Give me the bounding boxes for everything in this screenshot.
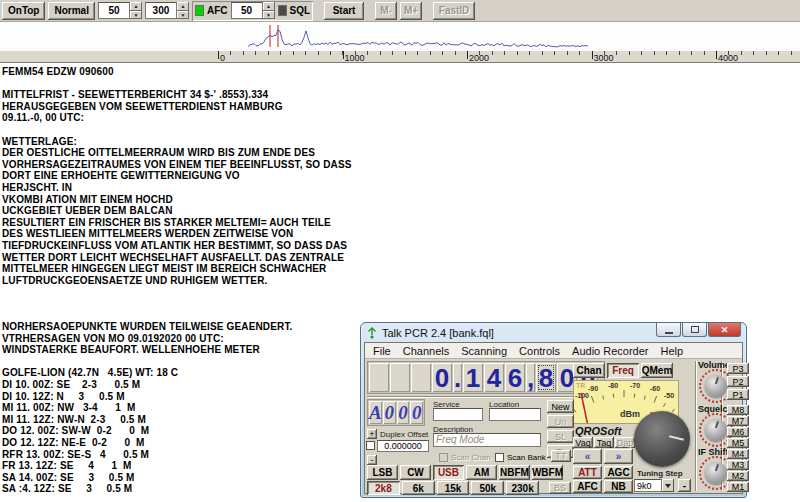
duplex-plus-button[interactable]: + bbox=[367, 429, 377, 439]
mode-button-lsb[interactable]: LSB bbox=[367, 465, 398, 480]
att-button[interactable]: ATT bbox=[573, 466, 602, 479]
frequency-digit-cell[interactable]: , bbox=[526, 363, 535, 392]
filter-button-6k[interactable]: 6k bbox=[402, 481, 435, 495]
spin-up-icon[interactable]: ▲ bbox=[130, 2, 142, 11]
scan-chan-checkbox[interactable] bbox=[439, 453, 448, 462]
duplex-checkbox[interactable] bbox=[366, 441, 375, 450]
duplex-minus-button[interactable]: - bbox=[367, 455, 377, 465]
afc-label[interactable]: AFC bbox=[207, 5, 228, 16]
menu-item-controls[interactable]: Controls bbox=[513, 345, 566, 357]
menu-item-audio-recorder[interactable]: Audio Recorder bbox=[566, 345, 654, 357]
tt-button[interactable]: TT bbox=[551, 450, 571, 462]
st-button[interactable]: St. bbox=[547, 430, 574, 443]
frequency-digit-cell[interactable]: 4 bbox=[484, 363, 504, 392]
tuning-knob[interactable] bbox=[634, 411, 690, 467]
display-tab-chan[interactable]: Chan bbox=[573, 363, 605, 378]
afc-button[interactable]: AFC bbox=[573, 480, 602, 493]
frequency-digit-cell[interactable] bbox=[411, 363, 431, 392]
frequency-digit-cell[interactable]: 0 bbox=[432, 363, 452, 392]
spin-up-icon[interactable]: ▲ bbox=[177, 2, 189, 11]
mode-button-wbfm[interactable]: WBFM bbox=[532, 465, 563, 480]
memory-button-m3[interactable]: M3 bbox=[727, 460, 749, 470]
display-tab-qmem[interactable]: QMem bbox=[641, 363, 673, 378]
memory-button-m2[interactable]: M2 bbox=[727, 471, 749, 481]
filter-button-50k[interactable]: 50k bbox=[471, 481, 504, 495]
agc-button[interactable]: AGC bbox=[604, 466, 633, 479]
tuning-step-label: Tuning Step bbox=[637, 469, 683, 478]
dap-button[interactable]: Dap bbox=[615, 437, 635, 448]
menu-item-channels[interactable]: Channels bbox=[397, 345, 455, 357]
preset-button-p3[interactable]: P3 bbox=[727, 363, 749, 374]
pcr-client: 0.146,800 ChanFreqQMem TR dBm [Sig] -100… bbox=[365, 359, 742, 493]
service-field[interactable] bbox=[433, 408, 483, 421]
tuning-step-select[interactable]: 9k0 bbox=[634, 479, 674, 492]
memory-button-m7[interactable]: M7 bbox=[727, 416, 749, 426]
spectrum-display[interactable] bbox=[0, 22, 800, 50]
pcr-titlebar[interactable]: Talk PCR 2.4 [bank.fql] ✕ bbox=[364, 323, 743, 342]
sql-label[interactable]: SQL bbox=[290, 5, 311, 16]
bs-button[interactable]: BS bbox=[549, 482, 571, 494]
display-tab-freq[interactable]: Freq bbox=[607, 363, 639, 378]
preset-button-p1[interactable]: P1 bbox=[727, 389, 749, 400]
frequency-digit-cell[interactable]: 8 bbox=[536, 363, 556, 392]
shift-input[interactable] bbox=[145, 2, 177, 19]
preset-button-p2[interactable]: P2 bbox=[727, 376, 749, 387]
memory-channel-digit[interactable]: A bbox=[369, 401, 382, 424]
pcr-menubar: FileChannelsScanningControlsAudio Record… bbox=[365, 343, 742, 359]
filter-button-230k[interactable]: 230k bbox=[506, 481, 539, 495]
menu-item-file[interactable]: File bbox=[367, 345, 397, 357]
spin-up-icon[interactable]: ▲ bbox=[263, 2, 275, 11]
start-button[interactable]: Start bbox=[324, 2, 364, 20]
new-button[interactable]: New bbox=[547, 400, 574, 413]
nb-button[interactable]: NB bbox=[604, 480, 633, 493]
scan-bank-checkbox[interactable] bbox=[495, 453, 504, 462]
menu-item-scanning[interactable]: Scanning bbox=[455, 345, 513, 357]
mode-button-usb[interactable]: USB bbox=[433, 465, 464, 480]
frequency-digit-cell[interactable]: . bbox=[453, 363, 462, 392]
menu-item-help[interactable]: Help bbox=[655, 345, 690, 357]
mode-button-am[interactable]: AM bbox=[466, 465, 497, 480]
fastid-button[interactable]: FastID bbox=[433, 2, 475, 20]
memory-channel-digit[interactable]: 0 bbox=[383, 401, 396, 424]
spectrum-trace bbox=[0, 22, 800, 50]
normal-button[interactable]: Normal bbox=[48, 2, 94, 20]
mode-button-cw[interactable]: CW bbox=[400, 465, 431, 480]
spin-down-icon[interactable]: ▼ bbox=[130, 11, 142, 20]
maximize-icon[interactable] bbox=[682, 323, 707, 337]
memory-channel-digit[interactable]: 0 bbox=[397, 401, 410, 424]
minimize-icon[interactable] bbox=[656, 323, 681, 337]
memory-button-m5[interactable]: M5 bbox=[727, 438, 749, 448]
mode-button-nbfm[interactable]: NBFM bbox=[499, 465, 530, 480]
description-field[interactable]: Freq Mode bbox=[433, 433, 541, 447]
un-button[interactable]: Un bbox=[547, 415, 574, 428]
vaq-button[interactable]: Vaq bbox=[573, 437, 593, 448]
step-down-button[interactable]: « bbox=[573, 449, 602, 464]
memory-button-m6[interactable]: M6 bbox=[727, 427, 749, 437]
duplex-offset-field[interactable]: 0.000000 bbox=[377, 440, 429, 452]
mark-frequency-input[interactable] bbox=[98, 2, 130, 19]
frequency-digit-cell[interactable] bbox=[369, 363, 389, 392]
frequency-digit-cell[interactable]: 6 bbox=[505, 363, 525, 392]
memory-button-m4[interactable]: M4 bbox=[727, 449, 749, 459]
memory-button-m8[interactable]: M8 bbox=[727, 405, 749, 415]
taq-button[interactable]: Taq bbox=[594, 437, 614, 448]
filter-button-15k[interactable]: 15k bbox=[437, 481, 470, 495]
frequency-digit-cell[interactable]: 1 bbox=[463, 363, 483, 392]
afc-range-input[interactable] bbox=[231, 2, 263, 19]
dropdown-arrow-icon[interactable] bbox=[662, 479, 674, 492]
step-up-button[interactable]: » bbox=[604, 449, 633, 464]
spin-down-icon[interactable]: ▼ bbox=[177, 11, 189, 20]
ontop-button[interactable]: OnTop bbox=[2, 2, 45, 20]
close-icon[interactable]: ✕ bbox=[708, 323, 741, 337]
memory-minus-button[interactable]: M- bbox=[375, 2, 397, 20]
frequency-digit-cell[interactable] bbox=[390, 363, 410, 392]
tuning-step-minus-button[interactable]: - bbox=[678, 479, 691, 492]
afc-led-icon bbox=[195, 5, 204, 16]
filter-button-2k8[interactable]: 2k8 bbox=[367, 481, 400, 495]
memory-channel-digit[interactable]: 0 bbox=[410, 401, 423, 424]
memory-button-m1[interactable]: M1 bbox=[727, 482, 749, 492]
location-field[interactable] bbox=[489, 408, 541, 421]
spin-down-icon[interactable]: ▼ bbox=[263, 11, 275, 20]
pcr-window-title: Talk PCR 2.4 [bank.fql] bbox=[382, 327, 494, 339]
memory-plus-button[interactable]: M+ bbox=[400, 2, 422, 20]
